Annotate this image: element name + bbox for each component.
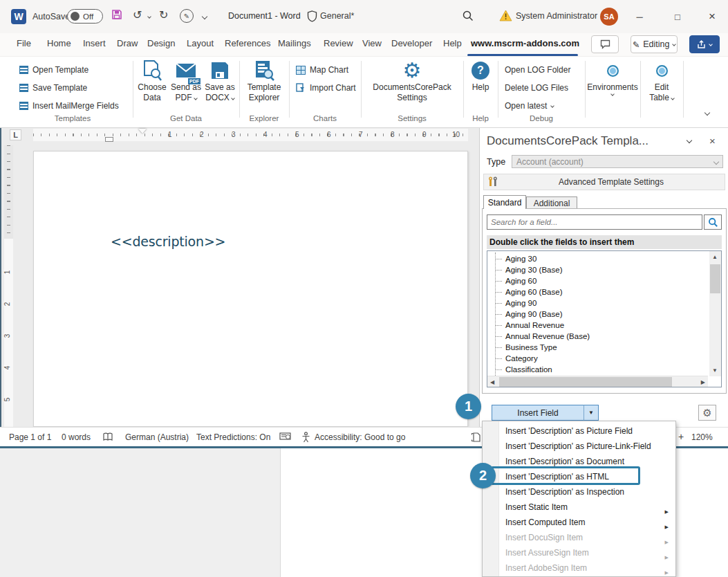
- insert-mailmerge-fields-button[interactable]: Insert MailMerge Fields: [19, 98, 119, 113]
- collapse-ribbon-icon[interactable]: [704, 110, 710, 116]
- text-predictions-indicator[interactable]: Text Predictions: On: [196, 432, 270, 442]
- map-chart-button[interactable]: Map Chart: [296, 62, 348, 77]
- delete-log-files-button[interactable]: Delete LOG Files: [505, 80, 568, 95]
- quick-access-more-icon[interactable]: [202, 14, 207, 19]
- save-icon[interactable]: [111, 8, 123, 21]
- scrollbar-thumb[interactable]: [710, 264, 720, 293]
- documentscorepack-settings-button[interactable]: ⚙ DocumentsCorePack Settings: [364, 59, 460, 103]
- scroll-up-icon[interactable]: ▲: [712, 254, 718, 260]
- word-count[interactable]: 0 words: [62, 432, 91, 442]
- ink-editor-icon[interactable]: ✎: [180, 9, 194, 23]
- pane-close-icon[interactable]: ×: [709, 135, 716, 147]
- accessibility-indicator[interactable]: Accessibility: Good to go: [315, 432, 405, 442]
- open-latest-button[interactable]: Open latest: [505, 98, 554, 113]
- tab-mscrm-addons[interactable]: www.mscrm-addons.com: [471, 38, 579, 48]
- pane-settings-gear-button[interactable]: ⚙: [698, 405, 716, 421]
- import-chart-button[interactable]: Import Chart: [296, 80, 356, 95]
- redo-icon[interactable]: ↻: [159, 8, 168, 21]
- tab-home[interactable]: Home: [47, 38, 71, 48]
- language-indicator[interactable]: German (Austria): [125, 432, 189, 442]
- field-item[interactable]: Category: [487, 353, 708, 364]
- minimize-button[interactable]: ─: [624, 1, 655, 33]
- editing-mode-button[interactable]: ✎ Editing: [631, 35, 678, 53]
- proofing-book-icon[interactable]: [102, 432, 113, 442]
- left-indent-marker[interactable]: [105, 137, 113, 142]
- menu-item-insert-description-picture-link-field[interactable]: Insert 'Description' as Picture-Link-Fie…: [483, 439, 675, 454]
- field-item[interactable]: Aging 60 (Base): [487, 286, 708, 297]
- advanced-template-settings-button[interactable]: Advanced Template Settings: [483, 174, 725, 190]
- field-item[interactable]: Aging 90 (Base): [487, 309, 708, 320]
- maximize-button[interactable]: □: [662, 1, 693, 33]
- help-button[interactable]: ? Help: [466, 59, 495, 93]
- share-button[interactable]: [689, 35, 720, 53]
- accessibility-person-icon[interactable]: [301, 432, 310, 443]
- scroll-down-icon[interactable]: ▼: [712, 367, 718, 374]
- choose-data-button[interactable]: Choose Data: [136, 59, 169, 103]
- tab-insert[interactable]: Insert: [83, 38, 106, 48]
- tab-mailings[interactable]: Mailings: [278, 38, 311, 48]
- undo-icon[interactable]: ↺: [133, 8, 142, 21]
- menu-item-insert-description-inspection[interactable]: Insert 'Description' as Inspection: [483, 484, 675, 500]
- search-input[interactable]: [487, 214, 702, 230]
- menu-item-insert-static-item[interactable]: Insert Static Item▶: [483, 500, 675, 515]
- zoom-level[interactable]: 120%: [691, 432, 713, 442]
- undo-dropdown-icon[interactable]: [147, 15, 151, 19]
- save-as-docx-button[interactable]: Save as DOCX: [203, 59, 236, 103]
- scroll-right-icon[interactable]: ▶: [701, 379, 705, 385]
- tab-design[interactable]: Design: [147, 38, 175, 48]
- autosave-toggle[interactable]: Off: [67, 9, 103, 24]
- type-dropdown[interactable]: Account (account): [512, 155, 723, 168]
- field-item[interactable]: Aging 30 (Base): [487, 264, 708, 275]
- tab-standard[interactable]: Standard: [483, 195, 526, 209]
- comments-button[interactable]: [591, 35, 619, 53]
- tab-view[interactable]: View: [362, 38, 382, 48]
- insert-field-dropdown-arrow[interactable]: ▼: [584, 405, 599, 421]
- field-item[interactable]: Aging 30: [487, 253, 708, 264]
- sensitivity-shield-icon[interactable]: [307, 10, 317, 22]
- save-template-button[interactable]: Save Template: [19, 80, 87, 95]
- scrollbar-thumb[interactable]: [499, 377, 672, 387]
- indent-marker[interactable]: [138, 129, 147, 134]
- merge-field-text[interactable]: <<description>>: [111, 234, 225, 249]
- send-as-pdf-button[interactable]: PDF Send as PDF: [169, 59, 203, 103]
- menu-item-insert-description-picture-field[interactable]: Insert 'Description' as Picture Field: [483, 423, 675, 439]
- close-button[interactable]: ×: [696, 1, 728, 33]
- zoom-in-button[interactable]: +: [678, 431, 684, 442]
- edit-table-button[interactable]: Edit Table: [643, 59, 680, 103]
- menu-item-insert-assuresign-item[interactable]: Insert AssureSign Item▶: [483, 545, 675, 560]
- menu-item-insert-docusign-item[interactable]: Insert DocuSign Item▶: [483, 530, 675, 545]
- tab-file[interactable]: File: [17, 38, 31, 48]
- field-item[interactable]: Annual Revenue (Base): [487, 331, 708, 342]
- insert-field-button[interactable]: Insert Field: [492, 405, 584, 421]
- display-settings-icon[interactable]: [279, 432, 291, 442]
- warning-icon[interactable]: [499, 10, 512, 21]
- search-icon[interactable]: [462, 10, 474, 22]
- tab-help[interactable]: Help: [443, 38, 462, 48]
- field-item[interactable]: Classification: [487, 364, 708, 375]
- horizontal-ruler[interactable]: 1 2 3 4 5 6 7 8 9 10 11: [33, 129, 468, 141]
- menu-item-insert-adobesign-item[interactable]: Insert AdobeSign Item▶: [483, 560, 675, 576]
- tab-additional[interactable]: Additional: [526, 196, 577, 209]
- scroll-left-icon[interactable]: ◀: [490, 379, 494, 385]
- pane-options-chevron-icon[interactable]: [687, 138, 692, 143]
- field-item[interactable]: Annual Revenue: [487, 320, 708, 331]
- field-item[interactable]: Aging 90: [487, 297, 708, 309]
- tab-review[interactable]: Review: [324, 38, 353, 48]
- tab-stop-selector[interactable]: L: [10, 129, 21, 140]
- field-item[interactable]: Aging 60: [487, 275, 708, 286]
- tab-developer[interactable]: Developer: [391, 38, 432, 48]
- focus-mode-icon[interactable]: [471, 432, 481, 442]
- search-button[interactable]: [704, 214, 722, 230]
- vertical-scrollbar[interactable]: ▲ ▼: [709, 251, 721, 376]
- tab-layout[interactable]: Layout: [187, 38, 214, 48]
- page-indicator[interactable]: Page 1 of 1: [9, 432, 51, 442]
- horizontal-scrollbar[interactable]: ◀ ▶: [487, 376, 708, 387]
- open-template-button[interactable]: Open Template: [19, 62, 88, 77]
- avatar[interactable]: SA: [600, 8, 618, 26]
- menu-item-insert-computed-item[interactable]: Insert Computed Item▶: [483, 515, 675, 530]
- user-name[interactable]: System Administrator: [516, 11, 597, 21]
- document-page[interactable]: <<description>>: [33, 151, 468, 427]
- tab-draw[interactable]: Draw: [117, 38, 138, 48]
- tab-references[interactable]: References: [225, 38, 270, 48]
- template-explorer-button[interactable]: Template Explorer: [242, 59, 286, 103]
